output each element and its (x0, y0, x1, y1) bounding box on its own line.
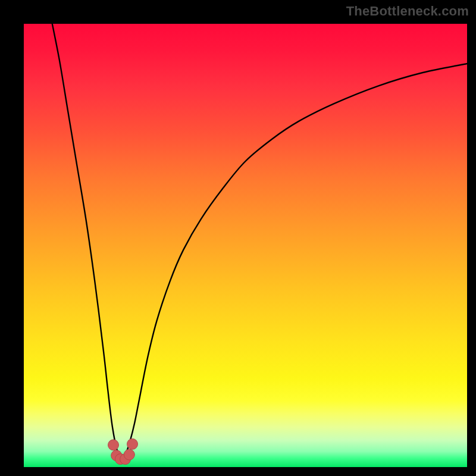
optimum-marker-group (108, 439, 138, 464)
optimum-marker (127, 439, 138, 449)
watermark-text: TheBottleneck.com (346, 4, 469, 19)
optimum-marker (108, 440, 119, 450)
curve-layer (24, 24, 467, 467)
chart-frame: TheBottleneck.com (0, 0, 476, 476)
plot-area (24, 24, 467, 467)
optimum-marker (124, 449, 134, 460)
bottleneck-curve (51, 24, 467, 458)
